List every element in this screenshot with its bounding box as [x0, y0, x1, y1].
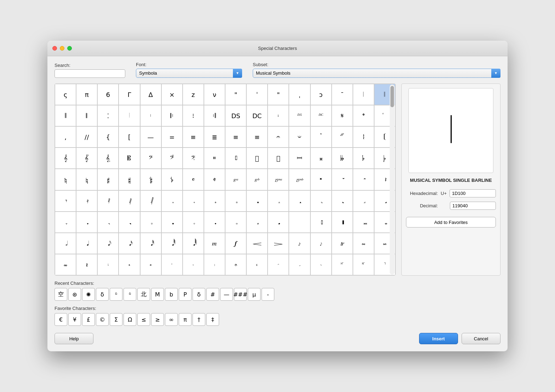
char-cell[interactable]: 𝄃 — [76, 105, 97, 126]
char-cell[interactable]: ν — [204, 84, 225, 105]
favorite-char-item[interactable]: ¥ — [68, 313, 81, 326]
char-cell[interactable]: 𝅜 — [353, 212, 374, 233]
char-cell[interactable]: 𝅗 — [246, 212, 268, 233]
char-cell[interactable]: ≡ — [183, 126, 204, 148]
char-cell[interactable]: z — [183, 84, 204, 105]
char-cell[interactable]: 𝄒 — [310, 126, 332, 148]
char-cell[interactable]: 𝄞 — [55, 148, 76, 169]
favorite-char-item[interactable]: † — [193, 313, 205, 326]
char-cell[interactable]: 𝆦 — [332, 254, 353, 275]
char-cell[interactable]: 𝄯 — [76, 169, 97, 190]
char-cell[interactable]: 𝆐 — [204, 233, 225, 254]
char-cell[interactable]: 𝄬 — [353, 148, 374, 169]
char-cell[interactable]: 𝄵 — [204, 169, 225, 190]
char-cell[interactable]: 𝄄 — [119, 105, 140, 126]
subset-select[interactable]: Musical Symbols Latin Greek Cyrillic Mat… — [253, 69, 500, 78]
char-cell[interactable]: 𝄂 — [55, 105, 76, 126]
char-cell[interactable]: 𝆥 — [310, 254, 332, 275]
char-cell[interactable]: 𝄢 — [140, 148, 161, 169]
char-cell[interactable]: 𝄑 — [289, 126, 310, 148]
favorite-char-item[interactable]: ‡ — [206, 313, 219, 326]
char-cell[interactable]: 𝆖 — [332, 233, 353, 254]
favorite-char-item[interactable]: € — [55, 313, 67, 326]
char-cell[interactable]: " — [225, 84, 246, 105]
char-cell[interactable]: — — [140, 126, 161, 148]
char-cell[interactable]: { — [97, 126, 119, 148]
char-cell[interactable]: 𝅒 — [140, 212, 161, 233]
recent-char-item[interactable]: M — [151, 288, 164, 301]
recent-char-item[interactable]: ### — [234, 288, 247, 301]
char-cell[interactable]: 𝅘𝅥𝅲 — [183, 233, 204, 254]
char-cell[interactable]: 𝄋 — [332, 105, 353, 126]
char-cell[interactable]: 𝆗 — [353, 233, 374, 254]
char-cell[interactable]: 𝆔 — [289, 233, 310, 254]
char-cell[interactable]: 𝄸 — [268, 169, 289, 190]
search-input[interactable] — [55, 69, 125, 78]
close-button[interactable] — [52, 46, 57, 51]
char-cell[interactable]: 𝄳 — [161, 169, 183, 190]
char-cell[interactable]: 𝄌 — [353, 105, 374, 126]
char-cell[interactable]: 𝄩 — [289, 148, 310, 169]
insert-button[interactable]: Insert — [419, 333, 458, 344]
add-to-favorites-button[interactable]: Add to Favorites — [406, 217, 496, 227]
char-cell[interactable]: // — [76, 126, 97, 148]
char-cell[interactable]: 𝅄 — [183, 190, 204, 212]
char-cell[interactable]: 𝄉 — [289, 105, 310, 126]
char-cell[interactable]: 𝆢 — [246, 254, 268, 275]
char-cell[interactable]: 𝄓 — [332, 126, 353, 148]
char-cell[interactable]: 𝅎 — [55, 212, 76, 233]
char-cell[interactable]: 𝅖 — [225, 212, 246, 233]
char-cell[interactable]: 𝄿 — [76, 190, 97, 212]
char-cell[interactable]: 𝅂 — [140, 190, 161, 212]
char-cell[interactable]: 𝄪 — [310, 148, 332, 169]
char-cell[interactable]: 𝄣 — [161, 148, 183, 169]
char-cell[interactable]: 𝅁 — [119, 190, 140, 212]
char-cell[interactable]: 𝆛 — [97, 254, 119, 275]
char-cell[interactable]: ˈ — [246, 84, 268, 105]
char-cell[interactable]: 𝅛 — [332, 212, 353, 233]
char-cell[interactable]: 𝅉 — [289, 190, 310, 212]
char-cell[interactable]: DS — [225, 105, 246, 126]
char-cell[interactable]: 𝆟 — [183, 254, 204, 275]
char-cell[interactable]: 𝄼 — [353, 169, 374, 190]
char-cell[interactable]: 𝆚 — [76, 254, 97, 275]
char-cell[interactable]: 𝄀 — [353, 84, 374, 105]
char-cell[interactable]: Δ — [140, 84, 161, 105]
char-cell[interactable]: 𝅇 — [246, 190, 268, 212]
char-cell[interactable]: 𝆑 — [225, 233, 246, 254]
char-cell[interactable]: 𝆡 — [225, 254, 246, 275]
char-cell[interactable]: 𝄷 — [246, 169, 268, 190]
char-cell[interactable]: 𝄥 — [204, 148, 225, 169]
recent-char-item[interactable]: ✺ — [82, 288, 95, 301]
help-button[interactable]: Help — [55, 333, 93, 344]
char-cell[interactable]: 𝅘𝅥𝅯 — [119, 233, 140, 254]
favorite-char-item[interactable]: © — [96, 313, 109, 326]
minimize-button[interactable] — [60, 46, 64, 51]
char-cell[interactable]: 𝅘𝅥 — [76, 233, 97, 254]
char-cell[interactable]: 𝅘𝅥𝅰 — [140, 233, 161, 254]
recent-char-item[interactable]: ᵟ — [110, 288, 122, 301]
maximize-button[interactable] — [67, 46, 72, 51]
char-cell[interactable]: 𝄫 — [332, 148, 353, 169]
char-cell[interactable]: 𝄡 — [119, 148, 140, 169]
char-cell[interactable]: 𝄰 — [97, 169, 119, 190]
char-cell[interactable]: 𝄆 — [161, 105, 183, 126]
recent-char-item[interactable]: # — [206, 288, 219, 301]
char-cell[interactable]: 𝄇 — [204, 105, 225, 126]
char-cell[interactable]: DC — [246, 105, 268, 126]
char-cell[interactable]: , — [55, 126, 76, 148]
char-cell[interactable]: 𝅅 — [204, 190, 225, 212]
char-cell[interactable]: 𝅏 — [76, 212, 97, 233]
char-cell[interactable]: 𝄐 — [268, 126, 289, 148]
scrollbar[interactable] — [390, 85, 395, 275]
char-cell[interactable]: 𝄈 — [268, 105, 289, 126]
char-cell[interactable]: 𝄅 — [140, 105, 161, 126]
char-cell[interactable]: 𝅚 — [310, 212, 332, 233]
char-cell[interactable]: 𝆧 — [353, 254, 374, 275]
char-cell[interactable]: 𝄴 — [183, 169, 204, 190]
recent-char-item[interactable]: 空 — [55, 288, 67, 301]
char-cell[interactable]: 𝅈 — [268, 190, 289, 212]
char-cell[interactable]: 𝅔 — [183, 212, 204, 233]
char-cell[interactable]: 𝄔 — [353, 126, 374, 148]
char-cell[interactable]: 𝅋 — [332, 190, 353, 212]
